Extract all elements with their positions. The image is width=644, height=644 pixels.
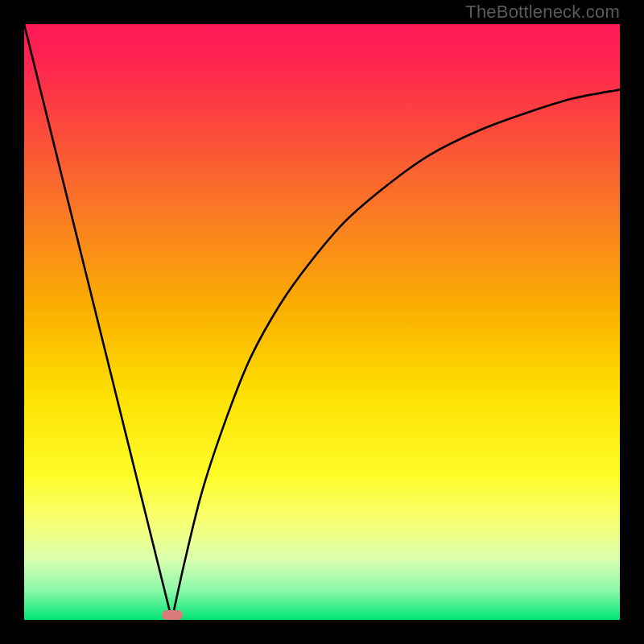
chart-frame: TheBottleneck.com	[0, 0, 644, 644]
bottleneck-curve	[24, 24, 620, 620]
attribution-text: TheBottleneck.com	[465, 2, 620, 23]
min-marker	[162, 610, 183, 620]
plot-area	[24, 24, 620, 620]
curve-layer	[24, 24, 620, 620]
